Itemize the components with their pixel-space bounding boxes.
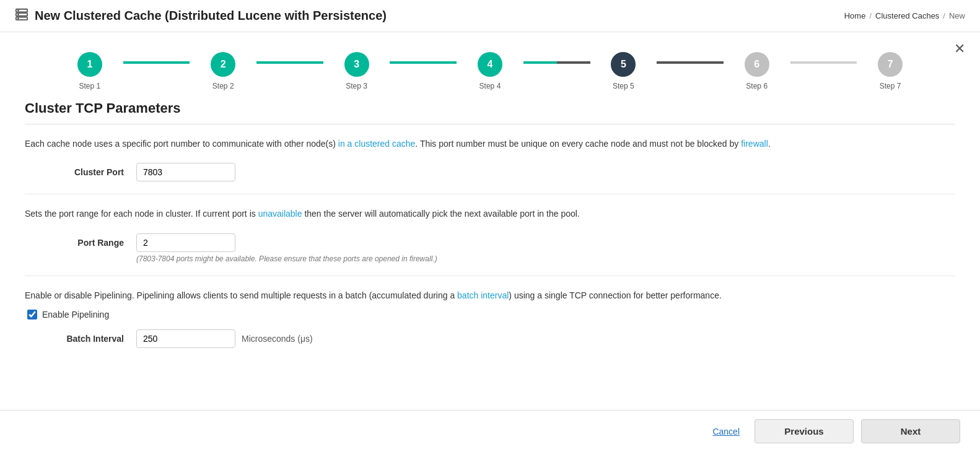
step-4-label: Step 4 bbox=[479, 82, 501, 90]
batch-interval-unit: Microseconds (μs) bbox=[242, 329, 313, 344]
breadcrumb-sep2: / bbox=[943, 11, 945, 20]
step-7-circle: 7 bbox=[878, 52, 903, 77]
cluster-port-desc-link2: firewall bbox=[741, 139, 768, 149]
step-5: 5 Step 5 bbox=[590, 52, 657, 90]
port-range-description: Sets the port range for each node in clu… bbox=[25, 207, 955, 220]
divider-2 bbox=[25, 276, 955, 276]
port-range-desc-text2: then the server will automatically pick … bbox=[302, 209, 580, 219]
step-6-circle: 6 bbox=[745, 52, 769, 77]
step-4-circle: 4 bbox=[478, 52, 502, 77]
stepper: 1 Step 1 2 Step 2 3 Step 3 4 Step 4 5 St… bbox=[56, 52, 924, 90]
step-2: 2 Step 2 bbox=[190, 52, 256, 90]
cluster-port-row: Cluster Port bbox=[25, 163, 955, 181]
cluster-port-desc-text1: Each cache node uses a specific port num… bbox=[25, 139, 338, 149]
port-range-label: Port Range bbox=[25, 233, 136, 248]
batch-interval-row: Batch Interval Microseconds (μs) bbox=[25, 329, 955, 348]
step-3-label: Step 3 bbox=[346, 82, 367, 90]
pipelining-desc-text2: ) using a single TCP connection for bett… bbox=[509, 290, 721, 300]
previous-button[interactable]: Previous bbox=[755, 419, 854, 443]
breadcrumb-home[interactable]: Home bbox=[844, 11, 866, 20]
step-line-3-4 bbox=[390, 61, 457, 64]
step-line-6-7 bbox=[790, 61, 857, 64]
page-header: New Clustered Cache (Distributed Lucene … bbox=[0, 0, 980, 32]
cluster-port-input[interactable] bbox=[136, 163, 235, 181]
batch-interval-label: Batch Interval bbox=[25, 329, 136, 344]
port-range-field-group: (7803-7804 ports might be available. Ple… bbox=[136, 233, 437, 263]
step-1-circle: 1 bbox=[77, 52, 102, 77]
page-title: New Clustered Cache (Distributed Lucene … bbox=[35, 9, 387, 23]
stepper-container: 1 Step 1 2 Step 2 3 Step 3 4 Step 4 5 St… bbox=[0, 32, 980, 100]
step-5-circle: 5 bbox=[611, 52, 636, 77]
step-line-1-2 bbox=[123, 61, 190, 64]
batch-interval-input[interactable] bbox=[136, 329, 235, 348]
port-range-row: Port Range (7803-7804 ports might be ava… bbox=[25, 233, 955, 263]
pipelining-desc-link: batch interval bbox=[457, 290, 509, 300]
step-1: 1 Step 1 bbox=[56, 52, 123, 90]
breadcrumb: Home / Clustered Caches / New bbox=[844, 11, 965, 20]
main-content: Cluster TCP Parameters Each cache node u… bbox=[0, 100, 980, 348]
step-1-label: Step 1 bbox=[79, 82, 100, 90]
cache-icon bbox=[15, 7, 28, 24]
header-left: New Clustered Cache (Distributed Lucene … bbox=[15, 7, 387, 24]
step-5-label: Step 5 bbox=[613, 82, 634, 90]
pipelining-desc-text1: Enable or disable Pipelining. Pipelining… bbox=[25, 290, 457, 300]
step-3: 3 Step 3 bbox=[323, 52, 390, 90]
enable-pipelining-row: Enable Pipelining bbox=[27, 310, 955, 319]
step-line-4-5 bbox=[523, 61, 590, 64]
step-line-2-3 bbox=[256, 61, 323, 64]
cluster-port-label: Cluster Port bbox=[25, 163, 136, 177]
section-title: Cluster TCP Parameters bbox=[25, 100, 955, 124]
step-3-circle: 3 bbox=[344, 52, 369, 77]
breadcrumb-clustered[interactable]: Clustered Caches bbox=[875, 11, 939, 20]
step-7-label: Step 7 bbox=[880, 82, 901, 90]
footer: Cancel Previous Next bbox=[0, 410, 980, 452]
breadcrumb-current: New bbox=[949, 11, 965, 20]
port-range-desc-text1: Sets the port range for each node in clu… bbox=[25, 209, 258, 219]
port-range-input[interactable] bbox=[136, 233, 235, 252]
enable-pipelining-checkbox[interactable] bbox=[27, 310, 37, 319]
step-7: 7 Step 7 bbox=[857, 52, 924, 90]
enable-pipelining-label[interactable]: Enable Pipelining bbox=[42, 310, 109, 319]
divider-1 bbox=[25, 194, 955, 194]
cluster-port-desc-text3: . bbox=[768, 139, 771, 149]
cluster-port-description: Each cache node uses a specific port num… bbox=[25, 137, 955, 150]
next-button[interactable]: Next bbox=[861, 419, 960, 443]
step-4: 4 Step 4 bbox=[457, 52, 523, 90]
step-6: 6 Step 6 bbox=[724, 52, 790, 90]
cluster-port-desc-text2: . This port number must be unique on eve… bbox=[415, 139, 741, 149]
cluster-port-desc-link1: in a clustered cache bbox=[338, 139, 416, 149]
port-range-desc-link: unavailable bbox=[258, 209, 302, 219]
cancel-button[interactable]: Cancel bbox=[705, 423, 747, 440]
step-6-label: Step 6 bbox=[746, 82, 768, 90]
step-2-label: Step 2 bbox=[212, 82, 234, 90]
breadcrumb-sep1: / bbox=[869, 11, 872, 20]
pipelining-description: Enable or disable Pipelining. Pipelining… bbox=[25, 289, 955, 302]
port-range-hint: (7803-7804 ports might be available. Ple… bbox=[136, 254, 437, 263]
step-line-5-6 bbox=[657, 61, 724, 64]
step-2-circle: 2 bbox=[211, 52, 235, 77]
